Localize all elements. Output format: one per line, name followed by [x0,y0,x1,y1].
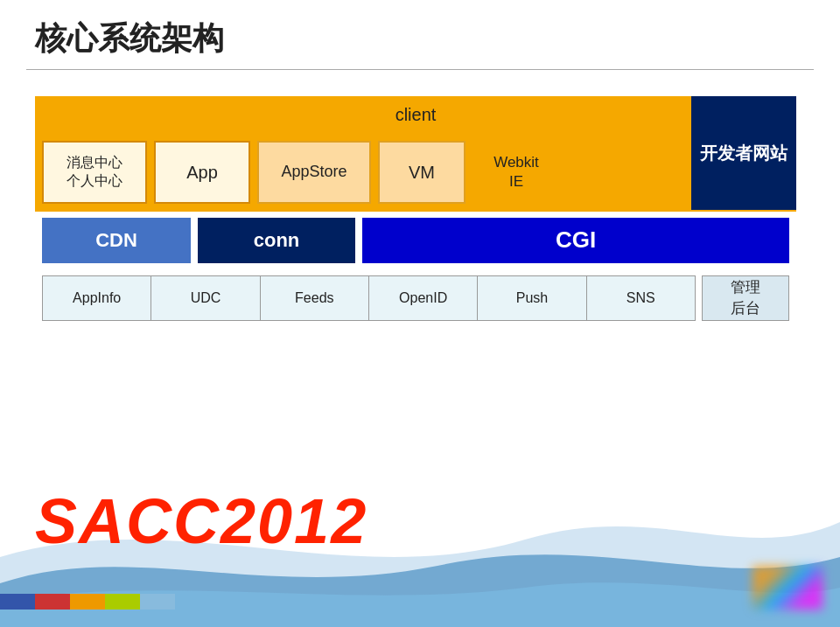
cgi-box: CGI [362,218,789,263]
service-openid: OpenID [368,275,478,321]
client-row: client 开发者网站 [35,96,796,133]
color-bar-lightblue [140,594,175,610]
module-appstore: AppStore [257,141,371,204]
module-webkit: WebkitIE [472,141,560,204]
color-bar-blue [0,594,35,610]
color-bar-green [105,594,140,610]
client-label: client [35,96,796,133]
service-feeds: Feeds [260,275,369,321]
service-push: Push [477,275,586,321]
arch-diagram: client 开发者网站 消息中心个人中心 App AppStore VM We… [35,96,796,328]
service-udc: UDC [150,275,260,321]
main-content: client 开发者网站 消息中心个人中心 App AppStore VM We… [0,70,840,337]
modules-row: 消息中心个人中心 App AppStore VM WebkitIE [35,133,796,212]
cdn-box: CDN [42,218,191,263]
color-bar-red [35,594,70,610]
conn-box: conn [198,218,355,263]
page-title: 核心系统架构 [0,0,840,69]
module-vm: VM [378,141,466,204]
module-app: App [154,141,250,204]
bottom-logo [752,566,822,610]
color-bars [0,594,175,610]
sacc-title: SACC2012 [35,485,368,557]
dev-site-block: 开发者网站 [691,96,796,210]
service-appinfo: AppInfo [42,275,151,321]
mgmt-box: 管理后台 [702,275,789,321]
cdn-row: CDN conn CGI [35,212,796,268]
bottom-area: SACC2012 [0,452,840,627]
service-sns: SNS [586,275,696,321]
services-row: AppInfo UDC Feeds OpenID Push SNS 管理后台 [35,268,796,328]
module-msg-center: 消息中心个人中心 [42,141,147,204]
color-bar-orange [70,594,105,610]
